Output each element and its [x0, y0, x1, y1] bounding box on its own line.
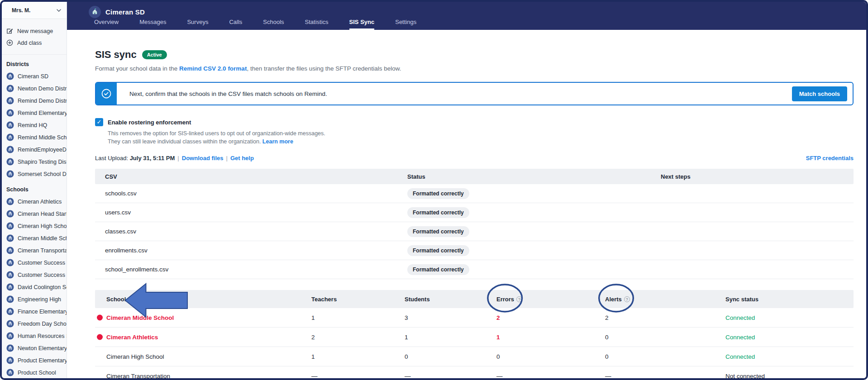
match-schools-button[interactable]: Match schools	[792, 86, 847, 101]
csv-table: CSV Status Next steps schools.csv Format…	[95, 169, 854, 279]
new-message-button[interactable]: New message	[6, 25, 67, 37]
tab-schools[interactable]: Schools	[263, 19, 284, 30]
tab-statistics[interactable]: Statistics	[305, 19, 329, 30]
sidebar-item-district[interactable]: Cimeran SD	[2, 70, 67, 82]
sidebar-item-school[interactable]: Human Resources School	[2, 330, 67, 342]
sidebar-item-school[interactable]: Product Elementary	[2, 354, 67, 366]
user-name: Mrs. M.	[12, 7, 30, 14]
sidebar-item-district[interactable]: Somerset School District	[2, 168, 67, 180]
district-icon	[6, 146, 14, 153]
tab-sis-sync[interactable]: SIS Sync	[349, 19, 375, 30]
school-icon	[6, 271, 14, 279]
tab-settings[interactable]: Settings	[395, 19, 416, 30]
sidebar-item-district[interactable]: Shapiro Testing District	[2, 156, 67, 168]
sync-status: Connected	[725, 334, 854, 341]
status-badge: Formatted correctly	[407, 188, 469, 199]
errors-help-icon[interactable]: ?	[516, 296, 522, 302]
districts-list: Cimeran SD Newton Demo District Remind D…	[2, 70, 67, 180]
alerts-help-icon[interactable]: ?	[624, 296, 630, 302]
add-class-button[interactable]: Add class	[6, 37, 67, 49]
schools-heading: Schools	[2, 180, 67, 195]
last-upload-time: July 31, 5:11 PM	[130, 155, 175, 162]
table-row: classes.csv Formatted correctly	[95, 222, 854, 241]
school-name[interactable]: Cimeran Transportation	[106, 373, 170, 379]
sidebar-actions: New message Add class	[2, 19, 67, 55]
user-menu[interactable]: Mrs. M.	[2, 2, 67, 19]
sidebar-item-school[interactable]: Finance Elementary School	[2, 305, 67, 318]
error-flag-dot	[97, 315, 103, 321]
tab-overview[interactable]: Overview	[94, 19, 119, 30]
schoolhouse-icon	[91, 8, 99, 16]
sidebar-item-school[interactable]: Cimeran Middle School	[2, 232, 67, 244]
school-icon	[6, 198, 14, 205]
schools-table-header: School Teachers Students Errors? Alerts?…	[95, 290, 854, 308]
csv-file-name: classes.csv	[95, 228, 407, 235]
rostering-description: This removes the option for SIS-linked u…	[108, 130, 854, 146]
tab-calls[interactable]: Calls	[229, 19, 242, 30]
sidebar-item-district[interactable]: Remind HQ	[2, 119, 67, 131]
status-badge: Formatted correctly	[407, 264, 469, 275]
sidebar-item-district[interactable]: Remind Middle School	[2, 131, 67, 143]
learn-more-link[interactable]: Learn more	[262, 138, 293, 145]
school-name-link[interactable]: Cimeran Athletics	[106, 334, 158, 341]
sidebar-item-school[interactable]: Cimeran Transportation	[2, 244, 67, 256]
page-description: Format your school data in the Remind CS…	[95, 65, 854, 72]
district-icon	[6, 85, 14, 92]
rostering-checkbox[interactable]: ✓	[95, 118, 103, 126]
tab-messages[interactable]: Messages	[139, 19, 166, 30]
school-name-link[interactable]: Cimeran Middle School	[106, 314, 174, 321]
sidebar-item-district[interactable]: Newton Demo District	[2, 82, 67, 95]
schools-table: School Teachers Students Errors? Alerts?…	[95, 290, 854, 378]
csv-file-name: enrollments.csv	[95, 247, 407, 254]
sidebar-item-school[interactable]: Customer Success Charter	[2, 256, 67, 269]
sidebar-item-district[interactable]: RemindEmployeeDistrict	[2, 143, 67, 156]
sidebar-item-school[interactable]: David Coolington School	[2, 281, 67, 293]
compose-icon	[6, 28, 14, 35]
csv-format-link[interactable]: Remind CSV 2.0 format	[179, 65, 247, 72]
sidebar-item-school[interactable]: Cimeran Athletics	[2, 195, 67, 208]
top-navbar: Cimeran SD Overview Messages Surveys Cal…	[67, 2, 866, 30]
sidebar-item-school[interactable]: Freedom Day School	[2, 318, 67, 330]
active-status-badge: Active	[142, 50, 167, 59]
table-row: Cimeran Transportation — — — — Not conne…	[95, 366, 854, 378]
school-icon	[6, 369, 14, 376]
school-icon	[6, 344, 14, 352]
sidebar-item-school[interactable]: Newton Elementary Demo	[2, 342, 67, 354]
sidebar: Mrs. M. New message Add class Districts …	[2, 2, 67, 378]
download-files-link[interactable]: Download files	[182, 155, 224, 162]
school-name[interactable]: Cimeran High School	[106, 353, 164, 360]
status-badge: Formatted correctly	[407, 245, 469, 256]
district-icon	[6, 158, 14, 166]
nav-tabs: Overview Messages Surveys Calls Schools …	[67, 19, 866, 30]
sidebar-item-school[interactable]: Cimeran Head Start	[2, 208, 67, 220]
upload-status-row: Last Upload: July 31, 5:11 PM | Download…	[95, 155, 854, 162]
error-flag-dot	[97, 334, 103, 340]
sftp-credentials-link[interactable]: SFTP credentials	[806, 155, 854, 162]
sidebar-item-district[interactable]: Remind Elementary School	[2, 107, 67, 119]
org-header: Cimeran SD	[67, 2, 866, 19]
org-avatar	[89, 6, 101, 18]
school-icon	[6, 320, 14, 328]
table-row: school_enrollments.csv Formatted correct…	[95, 260, 854, 279]
sidebar-item-school[interactable]: Engineering High	[2, 293, 67, 305]
sidebar-item-school[interactable]: Customer Success Tech	[2, 269, 67, 281]
school-icon	[6, 222, 14, 230]
district-icon	[6, 121, 14, 129]
sidebar-item-school[interactable]: Product School	[2, 366, 67, 378]
page-title: SIS sync	[95, 49, 137, 61]
sidebar-item-school[interactable]: Cimeran High School	[2, 220, 67, 232]
status-badge: Formatted correctly	[407, 226, 469, 237]
district-icon	[6, 133, 14, 141]
school-icon	[6, 283, 14, 291]
school-icon	[6, 247, 14, 254]
org-name: Cimeran SD	[105, 8, 145, 16]
sidebar-item-district[interactable]: Remind Demo District	[2, 95, 67, 107]
school-icon	[6, 259, 14, 266]
school-icon	[6, 356, 14, 364]
school-icon	[6, 308, 14, 315]
get-help-link[interactable]: Get help	[230, 155, 254, 162]
table-row: Cimeran Middle School 1 3 2 2 Connected	[95, 308, 854, 328]
tab-surveys[interactable]: Surveys	[187, 19, 208, 30]
banner-message: Next, confirm that the schools in the CS…	[129, 90, 792, 97]
check-circle-icon	[96, 83, 117, 104]
